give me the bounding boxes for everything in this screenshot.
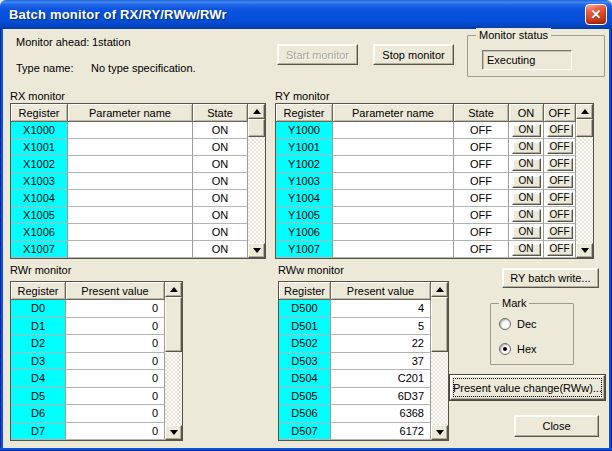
- parameter-name-cell: [68, 241, 193, 258]
- present-value-cell: 0: [66, 405, 165, 423]
- state-cell: OFF: [454, 139, 509, 156]
- state-cell: ON: [193, 139, 248, 156]
- ry-off-button[interactable]: OFF: [547, 175, 573, 188]
- present-value-cell: 0: [66, 318, 165, 336]
- scroll-track[interactable]: [248, 119, 265, 243]
- register-cell: Y1005: [276, 207, 333, 224]
- row-button-cell: OFF: [544, 156, 576, 173]
- rwr-monitor-table: RegisterPresent value D00D10D20D30D40D50…: [10, 281, 183, 441]
- table-row: D50: [11, 388, 165, 406]
- present-value-cell: 6172: [331, 423, 431, 441]
- register-cell: D3: [11, 353, 66, 371]
- ry-off-button[interactable]: OFF: [547, 226, 573, 239]
- mark-group-label: Mark: [499, 296, 529, 310]
- row-button-cell: ON: [509, 207, 544, 224]
- row-button-cell: OFF: [544, 207, 576, 224]
- register-cell: D505: [279, 388, 331, 406]
- table-row: X1005ON: [11, 207, 248, 224]
- row-button-cell: OFF: [544, 224, 576, 241]
- ry-off-button[interactable]: OFF: [547, 192, 573, 205]
- scroll-track[interactable]: [165, 297, 182, 425]
- state-cell: ON: [193, 122, 248, 139]
- state-cell: OFF: [454, 173, 509, 190]
- table-row: D5004: [279, 300, 431, 318]
- ry-off-button[interactable]: OFF: [547, 141, 573, 154]
- register-cell: D506: [279, 405, 331, 423]
- register-cell: Y1003: [276, 173, 333, 190]
- ry-on-button[interactable]: ON: [512, 192, 541, 205]
- column-header: Present value: [66, 282, 165, 300]
- ry-off-button[interactable]: OFF: [547, 243, 573, 256]
- scroll-thumb[interactable]: [248, 119, 265, 137]
- scroll-up-button[interactable]: [165, 282, 182, 297]
- scroll-up-button[interactable]: [431, 282, 448, 297]
- scroll-down-button[interactable]: [165, 425, 182, 440]
- ry-on-button[interactable]: ON: [512, 124, 541, 137]
- arrow-down-icon: [436, 430, 444, 435]
- scroll-down-button[interactable]: [431, 425, 448, 440]
- column-header: OFF: [544, 104, 576, 122]
- window-title: Batch monitor of RX/RY/RWw/RWr: [0, 7, 227, 22]
- close-dialog-button[interactable]: Close: [514, 415, 599, 437]
- table-row: Y1000OFFONOFF: [276, 122, 576, 139]
- table-row: X1002ON: [11, 156, 248, 173]
- ry-on-button[interactable]: ON: [512, 158, 541, 171]
- present-value-change-button[interactable]: Present value change(RWw)...: [450, 375, 605, 400]
- close-icon: ✕: [591, 8, 602, 21]
- mark-hex-radio[interactable]: Hex: [499, 343, 537, 355]
- ry-monitor-label: RY monitor: [275, 90, 330, 102]
- present-value-cell: 0: [66, 388, 165, 406]
- ry-off-button[interactable]: OFF: [547, 209, 573, 222]
- column-header: State: [193, 104, 248, 122]
- scroll-down-button[interactable]: [576, 243, 593, 258]
- table-row: X1004ON: [11, 190, 248, 207]
- stop-monitor-button[interactable]: Stop monitor: [373, 44, 454, 65]
- row-button-cell: ON: [509, 173, 544, 190]
- scroll-thumb[interactable]: [431, 297, 448, 352]
- ry-on-button[interactable]: ON: [512, 141, 541, 154]
- ry-on-button[interactable]: ON: [512, 175, 541, 188]
- close-button[interactable]: ✕: [585, 4, 607, 25]
- parameter-name-cell: [333, 241, 454, 258]
- present-value-cell: 0: [66, 335, 165, 353]
- register-cell: X1005: [11, 207, 68, 224]
- mark-dec-radio[interactable]: Dec: [499, 318, 537, 330]
- register-cell: X1001: [11, 139, 68, 156]
- ry-off-button[interactable]: OFF: [547, 124, 573, 137]
- arrow-up-icon: [170, 287, 178, 292]
- state-cell: ON: [193, 224, 248, 241]
- rww-scrollbar[interactable]: [431, 282, 448, 440]
- arrow-down-icon: [253, 248, 261, 253]
- column-header: Present value: [331, 282, 431, 300]
- parameter-name-cell: [68, 122, 193, 139]
- ry-batch-write-button[interactable]: RY batch write...: [502, 268, 599, 288]
- register-cell: D507: [279, 423, 331, 441]
- ry-on-button[interactable]: ON: [512, 209, 541, 222]
- scroll-track[interactable]: [431, 297, 448, 425]
- scroll-thumb[interactable]: [165, 297, 182, 352]
- scroll-thumb[interactable]: [576, 119, 593, 137]
- start-monitor-button[interactable]: Start monitor: [277, 44, 358, 65]
- ry-on-button[interactable]: ON: [512, 243, 541, 256]
- rx-scrollbar[interactable]: [248, 104, 265, 258]
- scroll-down-button[interactable]: [248, 243, 265, 258]
- register-cell: D6: [11, 405, 66, 423]
- table-row: Y1006OFFONOFF: [276, 224, 576, 241]
- state-cell: ON: [193, 173, 248, 190]
- table-row: X1003ON: [11, 173, 248, 190]
- ry-off-button[interactable]: OFF: [547, 158, 573, 171]
- scroll-up-button[interactable]: [576, 104, 593, 119]
- title-bar[interactable]: Batch monitor of RX/RY/RWw/RWr ✕: [0, 0, 612, 29]
- register-cell: X1007: [11, 241, 68, 258]
- table-row: D504C201: [279, 370, 431, 388]
- rwr-scrollbar[interactable]: [165, 282, 182, 440]
- dialog-window: Batch monitor of RX/RY/RWw/RWr ✕ Monitor…: [0, 0, 612, 451]
- rww-monitor-table: RegisterPresent value D5004D5015D50222D5…: [278, 281, 449, 441]
- scroll-track[interactable]: [576, 119, 593, 243]
- ry-scrollbar[interactable]: [576, 104, 593, 258]
- present-value-cell: 22: [331, 335, 431, 353]
- table-row: X1000ON: [11, 122, 248, 139]
- state-cell: OFF: [454, 156, 509, 173]
- ry-on-button[interactable]: ON: [512, 226, 541, 239]
- scroll-up-button[interactable]: [248, 104, 265, 119]
